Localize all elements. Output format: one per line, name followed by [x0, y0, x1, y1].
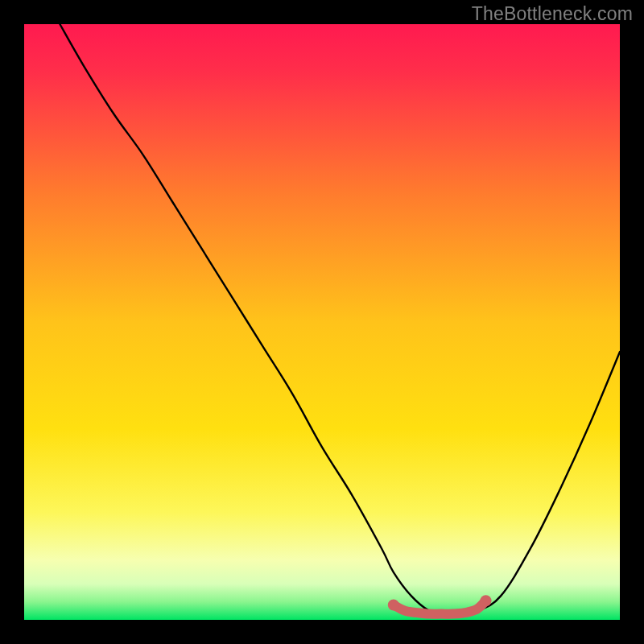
chart-area	[24, 24, 620, 620]
optimal-start-dot	[388, 600, 399, 611]
figure-root: { "watermark": { "text": "TheBottleneck.…	[0, 0, 644, 644]
watermark-label: TheBottleneck.com	[472, 3, 633, 25]
optimal-end-dot	[481, 595, 492, 606]
